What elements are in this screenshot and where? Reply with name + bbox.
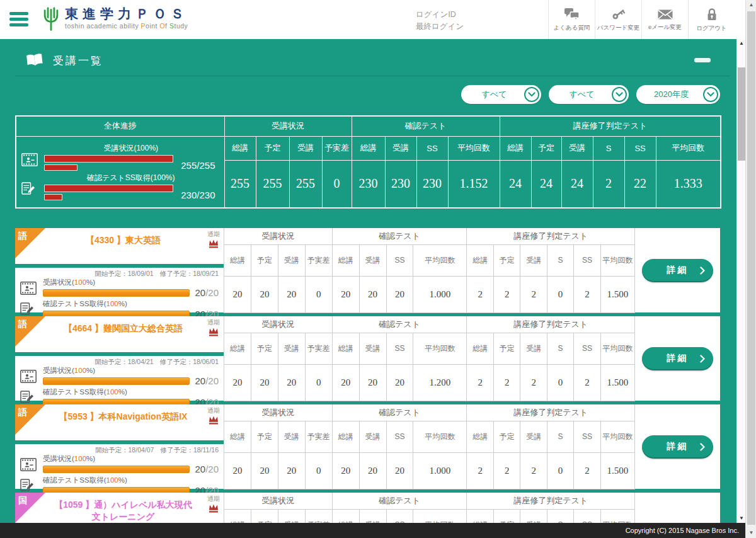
- copyright-text: Copyright (C) 2015 Nagase Bros Inc.: [626, 527, 739, 534]
- progress-bar-secondary: [44, 164, 77, 171]
- col-header: 平均回数: [600, 421, 634, 452]
- col-header: 予定: [251, 421, 278, 452]
- schedule-dates: 開始予定：18/04/21修了予定：18/06/01: [94, 358, 219, 367]
- col-header: 総講: [224, 421, 251, 452]
- filter-subject-select[interactable]: すべて: [461, 85, 541, 104]
- cell-value: 2: [520, 452, 547, 489]
- logout-button[interactable]: ログアウト: [688, 0, 735, 39]
- col-header: 受講: [278, 333, 305, 364]
- term-label: 通期: [207, 318, 220, 327]
- scrollbar-thumb[interactable]: [738, 67, 745, 161]
- col-header: 予定: [251, 244, 278, 276]
- login-id-label: ログインID: [416, 9, 464, 21]
- cell-value: 1.333: [656, 160, 721, 208]
- schedule-dates: 開始予定：18/04/07修了予定：18/11/16: [95, 446, 219, 455]
- scroll-down-arrow[interactable]: ▼: [737, 514, 746, 523]
- course-stats-table: 受講状況 確認テスト 講座修了判定テスト 総講 予定 受講 予実差 総講 受講 …: [224, 228, 635, 313]
- col-header: 受講: [561, 136, 593, 160]
- cell-value: 20: [224, 364, 251, 401]
- cell-value: 2: [574, 364, 601, 401]
- cell-value: 20: [251, 364, 278, 401]
- group-header: 講座修了判定テスト: [467, 228, 635, 244]
- cell-value: 2: [520, 276, 547, 312]
- change-email-button[interactable]: eメール変更: [641, 0, 688, 39]
- col-header: 総講: [224, 136, 256, 160]
- crown-icon: [208, 415, 219, 425]
- col-header: SS: [574, 421, 601, 452]
- col-header: SS: [386, 333, 413, 364]
- col-header: 予実差: [322, 136, 352, 160]
- progress-fraction: 20/20: [190, 287, 219, 298]
- term-label: 通期: [207, 495, 220, 503]
- col-header: 総講: [467, 244, 494, 276]
- progress-label: 確認テストSS取得(100%): [43, 476, 219, 485]
- menu-icon[interactable]: [9, 12, 28, 27]
- scroll-up-arrow[interactable]: ▲: [746, 0, 756, 10]
- cell-value: 255: [289, 160, 322, 208]
- collapse-section-button[interactable]: [694, 58, 711, 62]
- detail-button[interactable]: 詳細: [642, 347, 713, 370]
- cell-value: 1.500: [600, 452, 634, 489]
- window-scrollbar[interactable]: ▲ ▼: [745, 0, 756, 538]
- filter-year-select[interactable]: 2020年度: [636, 85, 720, 104]
- col-header: 平均回数: [413, 421, 467, 452]
- scrollbar-thumb[interactable]: [747, 11, 755, 525]
- col-header: 総講: [467, 333, 494, 364]
- change-password-button[interactable]: パスワード変更: [595, 0, 641, 39]
- logo: 東進学力ＰＯＳ toshin academic ability Point Of…: [42, 5, 188, 31]
- col-header: S: [547, 333, 574, 364]
- col-header: 平均回数: [600, 333, 634, 364]
- cell-value: 0: [305, 364, 332, 401]
- content-scrollbar[interactable]: ▲ ▼: [736, 39, 745, 523]
- crown-icon: [208, 239, 219, 248]
- course-title[interactable]: 【4664 】難関国立大総合英語: [15, 316, 224, 335]
- progress-bar: [43, 289, 190, 297]
- app-subtitle: toshin academic ability Point Of Study: [65, 22, 188, 30]
- col-header: 総講: [224, 244, 251, 276]
- col-header: 予実差: [305, 244, 332, 276]
- col-header: 受講: [520, 421, 547, 452]
- subject-badge-label: 国: [18, 495, 27, 507]
- cell-value: 20: [359, 452, 386, 489]
- col-header: S: [593, 136, 624, 160]
- course-title[interactable]: 【1059 】通）ハイレベル私大現代文トレーニング: [15, 493, 224, 523]
- page-title: 受講一覧: [53, 54, 103, 68]
- col-header: 平均回数: [656, 136, 721, 160]
- cell-value: 0: [305, 452, 332, 489]
- overall-progress-table: 全体進捗 受講状況 確認テスト 講座修了判定テスト 受講状況(100%): [15, 115, 721, 209]
- scroll-down-arrow[interactable]: ▼: [746, 528, 756, 538]
- group-header: 受講状況: [224, 116, 352, 136]
- col-header: 受講: [520, 244, 547, 276]
- progress-fraction: 255/255: [173, 160, 218, 171]
- crown-icon: [208, 503, 219, 513]
- course-card: 語 【5953 】本科Navigation英語IX 通期 開始予定：18/04/…: [15, 404, 720, 489]
- detail-button[interactable]: 詳細: [642, 435, 713, 459]
- scroll-up-arrow[interactable]: ▲: [737, 39, 746, 48]
- cell-value: 22: [624, 160, 656, 208]
- col-header: 平均回数: [448, 136, 500, 160]
- filter-status-select[interactable]: すべて: [549, 85, 629, 104]
- course-stats-table: 受講状況 確認テスト 講座修了判定テスト 総講 予定 受講 予実差 総講 受講 …: [224, 316, 635, 401]
- faq-button[interactable]: よくある質問: [548, 0, 595, 39]
- cell-value: 0: [322, 160, 352, 208]
- cell-value: 24: [500, 160, 531, 208]
- col-header: S: [547, 244, 574, 276]
- col-header: 総講: [332, 421, 359, 452]
- chevron-down-icon: [524, 87, 539, 102]
- cell-value: 20: [386, 364, 413, 401]
- video-icon: [20, 278, 39, 298]
- group-header: 確認テスト: [332, 316, 467, 333]
- col-header: 予定: [494, 244, 520, 276]
- term-label: 通期: [207, 406, 220, 415]
- cell-value: 2: [574, 276, 601, 312]
- course-title[interactable]: 【4330 】東大英語: [15, 228, 224, 246]
- col-header: 平均回数: [413, 333, 467, 364]
- app-title: 東進学力ＰＯＳ: [65, 7, 188, 20]
- group-header: 講座修了判定テスト: [500, 116, 721, 136]
- mail-icon: [657, 8, 673, 21]
- key-icon: [611, 8, 626, 21]
- group-header: 講座修了判定テスト: [467, 404, 635, 421]
- cell-value: 20: [278, 364, 305, 401]
- detail-button[interactable]: 詳細: [642, 259, 713, 282]
- course-title[interactable]: 【5953 】本科Navigation英語IX: [15, 404, 224, 423]
